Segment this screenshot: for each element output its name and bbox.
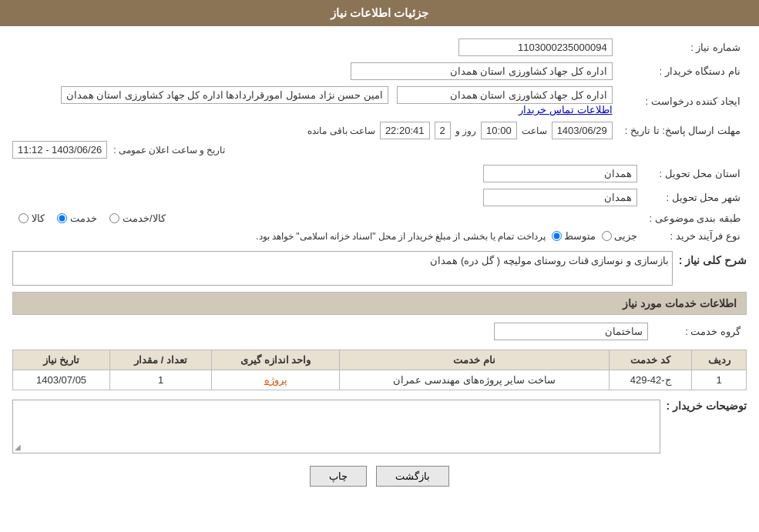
category-service-label: خدمت	[70, 212, 97, 224]
category-goods-radio[interactable]	[18, 213, 29, 223]
creator-value: اداره کل جهاد کشاورزی استان همدان	[397, 86, 613, 104]
province-value: همدان	[483, 165, 637, 182]
province-label: استان محل تحویل :	[643, 162, 747, 186]
table-row: 1ج-42-429ساخت سایر پروژه‌های مهندسی عمرا…	[13, 370, 747, 390]
table-cell: پروژه	[212, 370, 340, 390]
send-date-value: 1403/06/29	[552, 122, 613, 139]
table-cell: 1	[692, 370, 747, 390]
send-time-label: ساعت	[522, 125, 547, 136]
buttons-row: بازگشت چاپ	[12, 466, 747, 487]
buyer-notes-box: ◢	[12, 400, 660, 453]
process-note: پرداخت تمام یا بخشی از مبلغ خریدار از مح…	[256, 231, 545, 242]
table-cell: ج-42-429	[609, 370, 691, 390]
category-goods-label: کالا	[32, 212, 45, 224]
services-col-header: واحد اندازه گیری	[212, 350, 340, 370]
contact-link[interactable]: اطلاعات تماس خریدار	[519, 104, 612, 115]
description-section-label: شرح کلی نیاز :	[679, 251, 747, 266]
services-col-header: ردیف	[692, 350, 747, 370]
announce-label: تاریخ و ساعت اعلان عمومی :	[113, 145, 225, 156]
process-retail-label: جزیی	[614, 230, 637, 242]
services-section-header: اطلاعات خدمات مورد نیاز	[12, 292, 747, 315]
send-time-value: 10:00	[481, 122, 517, 139]
city-label: شهر محل تحویل :	[643, 186, 747, 209]
creator-label: ایجاد کننده درخواست :	[619, 83, 747, 119]
process-medium-label: متوسط	[564, 230, 596, 242]
need-number-label: شماره نیاز :	[619, 35, 747, 59]
process-medium-radio[interactable]	[552, 231, 562, 241]
buyer-org-value: اداره کل جهاد کشاورزی استان همدان	[351, 62, 613, 80]
process-retail-radio[interactable]	[602, 231, 612, 241]
services-col-header: تاریخ نیاز	[13, 350, 110, 370]
responsible-value: امین حسن نژاد مسئول امورقراردادها اداره …	[61, 86, 388, 104]
remaining-label: ساعت باقی مانده	[307, 125, 375, 136]
category-service-radio[interactable]	[57, 213, 67, 223]
services-col-header: نام خدمت	[340, 350, 610, 370]
back-button[interactable]: بازگشت	[376, 466, 449, 487]
category-label: طبقه بندی موضوعی :	[643, 209, 747, 227]
page-header: جزئیات اطلاعات نیاز	[0, 0, 759, 26]
services-col-header: کد خدمت	[609, 350, 691, 370]
table-cell: 1403/07/05	[13, 370, 110, 390]
buyer-notes-label: توضیحات خریدار :	[667, 396, 747, 412]
category-goods-service-radio[interactable]	[109, 213, 119, 223]
category-goods-service-label: کالا/خدمت	[123, 212, 166, 224]
send-day-value: 2	[435, 122, 451, 139]
table-cell: ساخت سایر پروژه‌های مهندسی عمران	[340, 370, 610, 390]
need-number-value: 1103000235000094	[458, 38, 613, 56]
send-date-label: مهلت ارسال پاسخ: تا تاریخ :	[619, 119, 747, 142]
services-col-header: تعداد / مقدار	[110, 350, 212, 370]
print-button[interactable]: چاپ	[310, 466, 367, 487]
send-day-label: روز و	[455, 125, 476, 136]
service-group-value: ساختمان	[494, 323, 648, 340]
process-label: نوع فرآیند خرید :	[643, 227, 747, 245]
city-value: همدان	[483, 189, 637, 206]
announce-value: 1403/06/26 - 11:12	[12, 141, 107, 159]
remaining-value: 22:20:41	[380, 122, 430, 139]
table-cell: 1	[110, 370, 212, 390]
buyer-org-label: نام دستگاه خریدار :	[619, 59, 747, 83]
service-group-label: گروه خدمت :	[654, 320, 747, 343]
services-table: ردیفکد خدمتنام خدمتواحد اندازه گیریتعداد…	[12, 350, 747, 390]
description-value: بازسازی و نوسازی قنات روستای مولیچه ( گل…	[12, 251, 673, 286]
